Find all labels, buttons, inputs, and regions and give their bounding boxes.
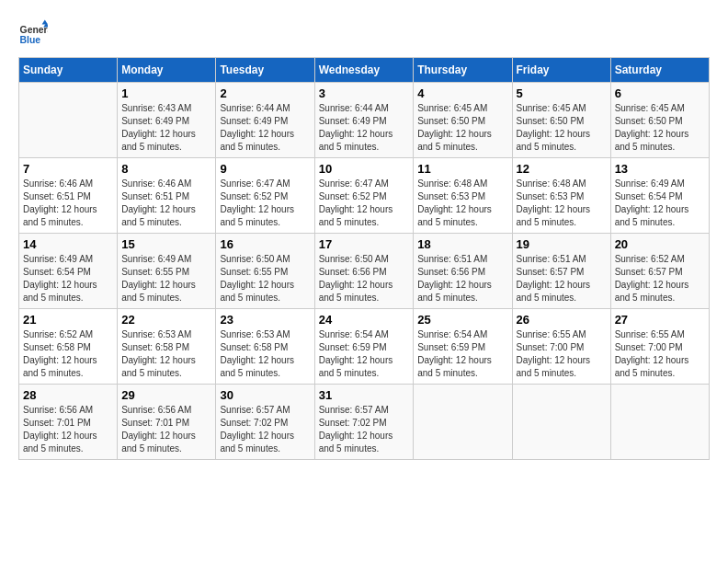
day-info: Sunrise: 6:52 AM Sunset: 6:57 PM Dayligh… <box>615 253 705 304</box>
calendar-week-row: 21Sunrise: 6:52 AM Sunset: 6:58 PM Dayli… <box>19 309 710 385</box>
day-info: Sunrise: 6:51 AM Sunset: 6:56 PM Dayligh… <box>417 253 507 304</box>
day-info: Sunrise: 6:45 AM Sunset: 6:50 PM Dayligh… <box>615 102 705 154</box>
calendar-cell: 9Sunrise: 6:47 AM Sunset: 6:52 PM Daylig… <box>216 158 314 234</box>
day-info: Sunrise: 6:51 AM Sunset: 6:57 PM Dayligh… <box>517 253 607 304</box>
day-info: Sunrise: 6:50 AM Sunset: 6:56 PM Dayligh… <box>319 253 410 304</box>
page-header: General Blue <box>18 18 710 48</box>
calendar-cell: 10Sunrise: 6:47 AM Sunset: 6:52 PM Dayli… <box>314 158 414 234</box>
calendar-cell: 2Sunrise: 6:44 AM Sunset: 6:49 PM Daylig… <box>216 83 314 158</box>
day-number: 23 <box>220 313 310 327</box>
calendar-week-row: 7Sunrise: 6:46 AM Sunset: 6:51 PM Daylig… <box>19 158 710 234</box>
day-number: 5 <box>517 86 607 100</box>
day-info: Sunrise: 6:44 AM Sunset: 6:49 PM Dayligh… <box>319 102 410 154</box>
calendar-cell: 28Sunrise: 6:56 AM Sunset: 7:01 PM Dayli… <box>19 385 118 460</box>
day-info: Sunrise: 6:55 AM Sunset: 7:00 PM Dayligh… <box>615 328 705 380</box>
day-number: 28 <box>23 388 113 402</box>
calendar-week-row: 28Sunrise: 6:56 AM Sunset: 7:01 PM Dayli… <box>19 385 710 460</box>
calendar-cell: 7Sunrise: 6:46 AM Sunset: 6:51 PM Daylig… <box>19 158 118 234</box>
calendar-cell: 17Sunrise: 6:50 AM Sunset: 6:56 PM Dayli… <box>314 234 414 309</box>
calendar-table: SundayMondayTuesdayWednesdayThursdayFrid… <box>18 57 710 460</box>
day-number: 20 <box>615 237 705 251</box>
day-info: Sunrise: 6:53 AM Sunset: 6:58 PM Dayligh… <box>220 328 310 380</box>
day-number: 31 <box>319 388 410 402</box>
calendar-cell: 15Sunrise: 6:49 AM Sunset: 6:55 PM Dayli… <box>118 234 216 309</box>
day-info: Sunrise: 6:53 AM Sunset: 6:58 PM Dayligh… <box>121 328 211 380</box>
svg-text:Blue: Blue <box>20 35 41 45</box>
calendar-cell: 16Sunrise: 6:50 AM Sunset: 6:55 PM Dayli… <box>216 234 314 309</box>
day-number: 17 <box>319 237 410 251</box>
day-number: 22 <box>121 313 211 327</box>
day-number: 16 <box>220 237 310 251</box>
day-info: Sunrise: 6:57 AM Sunset: 7:02 PM Dayligh… <box>220 404 310 455</box>
calendar-cell <box>610 385 709 460</box>
calendar-cell: 22Sunrise: 6:53 AM Sunset: 6:58 PM Dayli… <box>118 309 216 385</box>
calendar-cell: 30Sunrise: 6:57 AM Sunset: 7:02 PM Dayli… <box>216 385 314 460</box>
day-header-tuesday: Tuesday <box>216 58 314 83</box>
day-number: 18 <box>417 237 507 251</box>
day-info: Sunrise: 6:50 AM Sunset: 6:55 PM Dayligh… <box>220 253 310 304</box>
day-header-monday: Monday <box>118 58 216 83</box>
day-info: Sunrise: 6:49 AM Sunset: 6:54 PM Dayligh… <box>23 253 113 304</box>
day-header-wednesday: Wednesday <box>314 58 414 83</box>
day-number: 21 <box>23 313 113 327</box>
calendar-cell <box>19 83 118 158</box>
day-number: 25 <box>417 313 507 327</box>
day-info: Sunrise: 6:48 AM Sunset: 6:53 PM Dayligh… <box>417 178 507 229</box>
day-number: 30 <box>220 388 310 402</box>
day-info: Sunrise: 6:52 AM Sunset: 6:58 PM Dayligh… <box>23 328 113 380</box>
calendar-cell: 1Sunrise: 6:43 AM Sunset: 6:49 PM Daylig… <box>118 83 216 158</box>
day-number: 7 <box>23 162 113 176</box>
day-header-thursday: Thursday <box>414 58 512 83</box>
day-number: 19 <box>517 237 607 251</box>
calendar-cell: 21Sunrise: 6:52 AM Sunset: 6:58 PM Dayli… <box>19 309 118 385</box>
day-info: Sunrise: 6:49 AM Sunset: 6:55 PM Dayligh… <box>121 253 211 304</box>
day-number: 4 <box>417 86 507 100</box>
day-info: Sunrise: 6:45 AM Sunset: 6:50 PM Dayligh… <box>417 102 507 154</box>
day-info: Sunrise: 6:44 AM Sunset: 6:49 PM Dayligh… <box>220 102 310 154</box>
day-info: Sunrise: 6:47 AM Sunset: 6:52 PM Dayligh… <box>319 178 410 229</box>
day-info: Sunrise: 6:43 AM Sunset: 6:49 PM Dayligh… <box>121 102 211 154</box>
calendar-cell <box>414 385 512 460</box>
calendar-cell: 4Sunrise: 6:45 AM Sunset: 6:50 PM Daylig… <box>414 83 512 158</box>
day-header-sunday: Sunday <box>19 58 118 83</box>
day-info: Sunrise: 6:56 AM Sunset: 7:01 PM Dayligh… <box>121 404 211 455</box>
day-info: Sunrise: 6:46 AM Sunset: 6:51 PM Dayligh… <box>23 178 113 229</box>
day-info: Sunrise: 6:47 AM Sunset: 6:52 PM Dayligh… <box>220 178 310 229</box>
day-info: Sunrise: 6:46 AM Sunset: 6:51 PM Dayligh… <box>121 178 211 229</box>
day-info: Sunrise: 6:54 AM Sunset: 6:59 PM Dayligh… <box>417 328 507 380</box>
day-info: Sunrise: 6:45 AM Sunset: 6:50 PM Dayligh… <box>517 102 607 154</box>
day-info: Sunrise: 6:49 AM Sunset: 6:54 PM Dayligh… <box>615 178 705 229</box>
calendar-cell: 3Sunrise: 6:44 AM Sunset: 6:49 PM Daylig… <box>314 83 414 158</box>
day-info: Sunrise: 6:57 AM Sunset: 7:02 PM Dayligh… <box>319 404 410 455</box>
day-number: 26 <box>517 313 607 327</box>
day-number: 15 <box>121 237 211 251</box>
calendar-cell <box>512 385 610 460</box>
calendar-week-row: 1Sunrise: 6:43 AM Sunset: 6:49 PM Daylig… <box>19 83 710 158</box>
day-header-friday: Friday <box>512 58 610 83</box>
day-number: 2 <box>220 86 310 100</box>
calendar-cell: 5Sunrise: 6:45 AM Sunset: 6:50 PM Daylig… <box>512 83 610 158</box>
calendar-cell: 11Sunrise: 6:48 AM Sunset: 6:53 PM Dayli… <box>414 158 512 234</box>
calendar-cell: 26Sunrise: 6:55 AM Sunset: 7:00 PM Dayli… <box>512 309 610 385</box>
logo-icon: General Blue <box>18 18 48 48</box>
calendar-cell: 14Sunrise: 6:49 AM Sunset: 6:54 PM Dayli… <box>19 234 118 309</box>
calendar-cell: 24Sunrise: 6:54 AM Sunset: 6:59 PM Dayli… <box>314 309 414 385</box>
day-header-saturday: Saturday <box>610 58 709 83</box>
calendar-cell: 31Sunrise: 6:57 AM Sunset: 7:02 PM Dayli… <box>314 385 414 460</box>
logo: General Blue <box>18 18 48 48</box>
day-number: 29 <box>121 388 211 402</box>
day-number: 13 <box>615 162 705 176</box>
day-info: Sunrise: 6:55 AM Sunset: 7:00 PM Dayligh… <box>517 328 607 380</box>
day-number: 24 <box>319 313 410 327</box>
svg-marker-2 <box>42 20 48 25</box>
calendar-cell: 29Sunrise: 6:56 AM Sunset: 7:01 PM Dayli… <box>118 385 216 460</box>
day-number: 9 <box>220 162 310 176</box>
day-number: 14 <box>23 237 113 251</box>
day-number: 12 <box>517 162 607 176</box>
day-number: 3 <box>319 86 410 100</box>
calendar-cell: 25Sunrise: 6:54 AM Sunset: 6:59 PM Dayli… <box>414 309 512 385</box>
day-info: Sunrise: 6:48 AM Sunset: 6:53 PM Dayligh… <box>517 178 607 229</box>
day-number: 1 <box>121 86 211 100</box>
day-number: 8 <box>121 162 211 176</box>
calendar-cell: 8Sunrise: 6:46 AM Sunset: 6:51 PM Daylig… <box>118 158 216 234</box>
